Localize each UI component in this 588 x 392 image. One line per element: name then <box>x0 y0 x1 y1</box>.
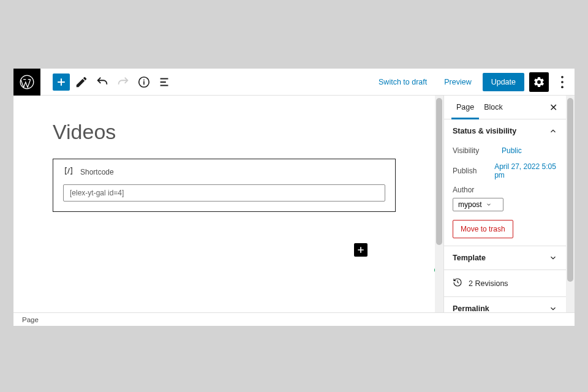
chevron-down-icon <box>549 254 557 262</box>
settings-icon[interactable] <box>529 72 549 92</box>
chevron-up-icon <box>549 127 557 135</box>
svg-point-4 <box>561 86 564 88</box>
publish-label: Publish <box>453 167 494 175</box>
insert-block-button[interactable] <box>354 243 368 257</box>
panel-status-visibility[interactable]: Status & visibility <box>453 127 557 135</box>
page-title[interactable]: Videos <box>53 120 396 144</box>
publish-value[interactable]: April 27, 2022 5:05 pm <box>494 162 557 179</box>
wordpress-logo[interactable] <box>13 69 40 96</box>
block-label: Shortcode <box>80 168 114 176</box>
breadcrumb[interactable]: Page <box>22 316 39 323</box>
move-to-trash-button[interactable]: Move to trash <box>453 220 513 238</box>
panel-heading: Template <box>453 254 486 262</box>
update-button[interactable]: Update <box>483 73 524 91</box>
tab-block[interactable]: Block <box>479 96 508 119</box>
svg-point-2 <box>561 75 564 78</box>
editor-scrollbar[interactable] <box>435 96 443 312</box>
revisions-button[interactable]: 2 Revisions <box>453 277 557 289</box>
panel-heading: Permalink <box>453 304 489 312</box>
editor-canvas[interactable]: Videos Shortcode <box>13 96 435 312</box>
more-icon[interactable] <box>554 74 571 91</box>
chevron-down-icon <box>549 304 557 312</box>
close-icon[interactable]: ✕ <box>548 99 559 116</box>
visibility-label: Visibility <box>453 146 502 155</box>
panel-heading: Status & visibility <box>453 127 516 135</box>
preview-button[interactable]: Preview <box>438 74 477 90</box>
undo-icon[interactable] <box>93 73 111 91</box>
author-select[interactable]: mypost <box>453 198 503 211</box>
outline-icon[interactable] <box>156 73 174 91</box>
panel-permalink[interactable]: Permalink <box>453 304 557 312</box>
author-label: Author <box>453 186 557 194</box>
revisions-label: 2 Revisions <box>469 279 508 288</box>
shortcode-block[interactable]: Shortcode <box>53 159 396 212</box>
redo-icon <box>114 73 132 91</box>
sidebar-scrollbar[interactable] <box>566 96 575 312</box>
history-icon <box>453 277 462 289</box>
author-value: mypost <box>458 200 482 209</box>
panel-template[interactable]: Template <box>453 254 557 262</box>
switch-to-draft-button[interactable]: Switch to draft <box>372 74 433 90</box>
edit-icon[interactable] <box>72 73 91 91</box>
svg-point-3 <box>561 81 564 83</box>
shortcode-icon <box>63 165 74 178</box>
info-icon[interactable] <box>135 73 153 91</box>
visibility-value[interactable]: Public <box>502 146 522 155</box>
add-block-button[interactable] <box>53 74 70 91</box>
tab-page[interactable]: Page <box>451 96 479 119</box>
shortcode-input[interactable] <box>63 184 385 202</box>
settings-sidebar: Page Block ✕ Status & visibility Visibil… <box>443 96 566 312</box>
